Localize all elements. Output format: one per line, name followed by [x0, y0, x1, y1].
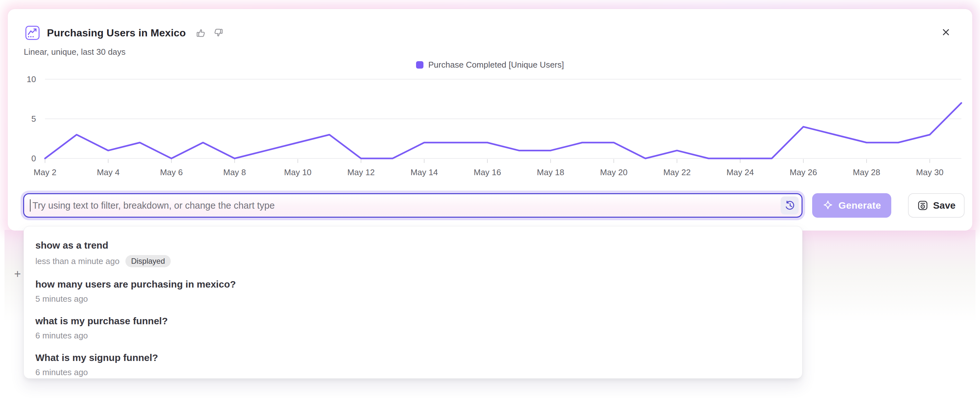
x-tick-label: May 8: [223, 168, 246, 177]
y-tick-label: 10: [27, 74, 36, 84]
history-button[interactable]: [781, 197, 799, 214]
x-tick-label: May 28: [853, 168, 880, 177]
x-tick-label: May 6: [160, 168, 183, 177]
line-chart-icon: [25, 26, 40, 40]
history-item[interactable]: how many users are purchasing in mexico?…: [24, 273, 802, 310]
prompt-input[interactable]: [30, 194, 781, 217]
history-item-time: 6 minutes ago: [35, 368, 88, 377]
history-item-time: 6 minutes ago: [35, 331, 88, 341]
history-item[interactable]: what is my purchase funnel? 6 minutes ag…: [24, 310, 802, 347]
card-header: Purchasing Users in Mexico: [25, 24, 224, 41]
series-line: [45, 103, 961, 158]
thumbs-down-button[interactable]: [213, 27, 224, 38]
history-dropdown: show as a trend less than a minute ago D…: [24, 226, 802, 379]
close-icon: [941, 27, 951, 37]
x-tick-label: May 10: [284, 168, 312, 177]
save-button[interactable]: Save: [908, 193, 964, 218]
history-item-time: 5 minutes ago: [35, 294, 88, 304]
legend-swatch: [416, 61, 423, 69]
history-clock-icon: [784, 199, 796, 211]
page-title: Purchasing Users in Mexico: [47, 27, 186, 39]
close-button[interactable]: [940, 26, 952, 38]
x-tick-label: May 26: [790, 168, 817, 177]
x-tick-label: May 16: [474, 168, 501, 177]
background-plus-icon: +: [14, 267, 21, 281]
thumb-up-icon: [196, 27, 207, 38]
history-item[interactable]: show as a trend less than a minute ago D…: [24, 234, 802, 273]
x-tick-label: May 20: [600, 168, 627, 177]
sparkle-icon: [822, 200, 834, 211]
x-tick-label: May 30: [916, 168, 943, 177]
thumb-down-icon: [213, 27, 224, 38]
history-item-title: What is my signup funnel?: [35, 352, 791, 363]
chart-subtitle: Linear, unique, last 30 days: [24, 47, 126, 57]
y-tick-label: 5: [32, 114, 36, 124]
history-item-time: less than a minute ago: [35, 256, 119, 266]
save-label: Save: [933, 200, 956, 211]
x-tick-label: May 22: [663, 168, 690, 177]
x-tick-label: May 18: [537, 168, 564, 177]
y-tick-label: 0: [32, 153, 36, 163]
prompt-bar: Generate Save: [23, 193, 964, 218]
x-tick-label: May 14: [410, 168, 438, 177]
x-tick-label: May 24: [726, 168, 754, 177]
thumbs-up-button[interactable]: [196, 27, 207, 38]
line-chart-svg: 0510May 2May 4May 6May 8May 10May 12May …: [8, 70, 972, 183]
history-item-title: how many users are purchasing in mexico?: [35, 279, 791, 290]
history-item-title: what is my purchase funnel?: [35, 316, 791, 326]
x-tick-label: May 12: [347, 168, 375, 177]
x-tick-label: May 2: [34, 168, 57, 177]
generate-label: Generate: [838, 200, 881, 211]
history-item[interactable]: What is my signup funnel? 6 minutes ago: [24, 347, 802, 379]
history-item-title: show as a trend: [35, 240, 791, 251]
save-icon: [917, 200, 929, 211]
history-item-badge: Displayed: [126, 255, 171, 267]
generate-button[interactable]: Generate: [812, 193, 891, 218]
prompt-input-wrap: [23, 193, 802, 218]
x-tick-label: May 4: [97, 168, 119, 177]
legend-label: Purchase Completed [Unique Users]: [428, 60, 564, 70]
chart-card: Purchasing Users in Mexico Linear, uniqu…: [8, 9, 972, 230]
line-chart: 0510May 2May 4May 6May 8May 10May 12May …: [8, 70, 972, 183]
legend: Purchase Completed [Unique Users]: [8, 60, 972, 70]
